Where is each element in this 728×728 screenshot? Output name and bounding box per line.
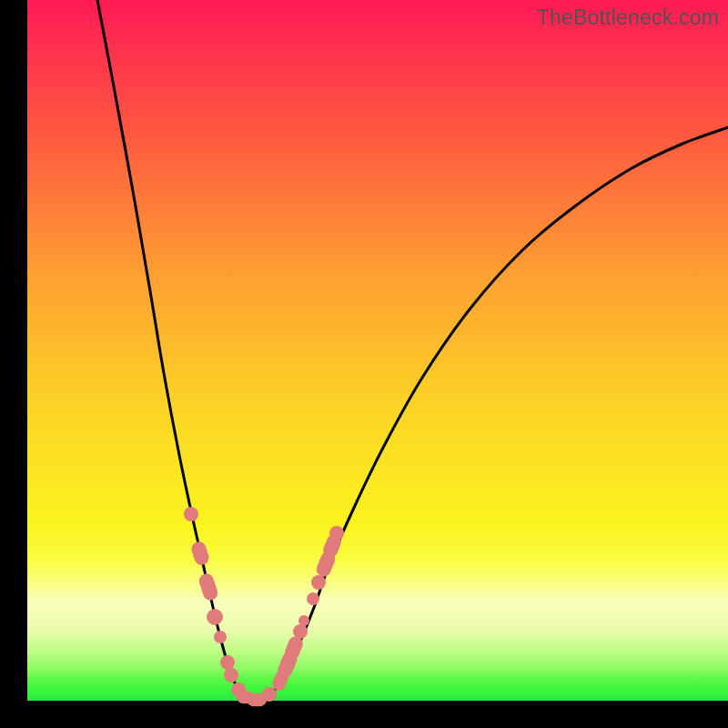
marker-dot (329, 526, 344, 541)
marker-layer (184, 507, 344, 706)
marker-dot (220, 655, 235, 670)
marker-dot (224, 668, 238, 682)
marker-capsule (189, 540, 210, 567)
marker-dot (207, 609, 223, 625)
marker-dot (298, 615, 309, 626)
marker-dot (214, 631, 227, 643)
marker-capsule (197, 571, 219, 602)
marker-dot (307, 592, 319, 605)
marker-dot (262, 687, 277, 702)
marker-dot (184, 507, 198, 521)
bottleneck-curve (97, 0, 728, 701)
bottleneck-plot (27, 0, 728, 701)
marker-dot (293, 624, 308, 639)
plot-frame: TheBottleneck.com (27, 0, 728, 701)
marker-dot (311, 575, 326, 590)
